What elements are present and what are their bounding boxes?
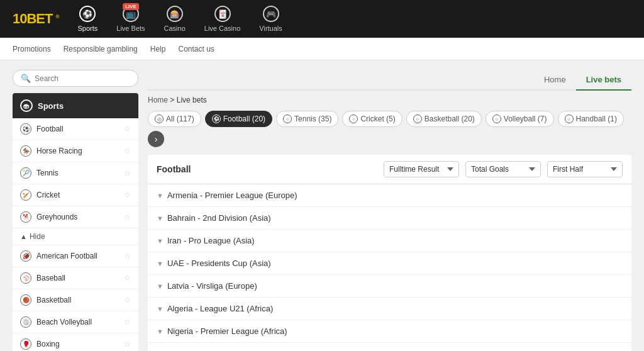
filter-tab-handball[interactable]: ○ Handball (1) xyxy=(558,111,624,127)
sidebar-item-beach-volleyball[interactable]: 🏐 Beach Volleyball ☆ xyxy=(13,311,138,333)
sub-nav-contact[interactable]: Contact us xyxy=(178,45,214,53)
dropdown-total-goals[interactable]: Total Goals xyxy=(465,161,541,177)
sidebar-hide-label: Hide xyxy=(30,232,45,241)
sidebar-label-american-football: American Football xyxy=(36,252,124,260)
search-box[interactable]: 🔍 xyxy=(13,70,138,87)
casino-icon: 🎰 xyxy=(167,6,183,22)
nav-item-sports[interactable]: ⚽ Sports xyxy=(78,6,98,32)
tennis-icon: 🎾 xyxy=(20,167,31,179)
section-title: Football xyxy=(157,164,377,174)
sidebar-item-american-football[interactable]: 🏈 American Football ☆ xyxy=(13,245,138,267)
dropdown-fulltime[interactable]: Fulltime Result xyxy=(384,161,459,177)
star-american-football[interactable]: ☆ xyxy=(124,252,131,260)
star-tennis[interactable]: ☆ xyxy=(124,169,131,177)
league-name: UAE - Presidents Cup (Asia) xyxy=(167,259,271,268)
horse-racing-icon: 🏇 xyxy=(20,145,31,157)
star-basketball[interactable]: ☆ xyxy=(124,296,131,304)
sidebar-hide-toggle[interactable]: ▲ Hide xyxy=(13,228,138,245)
football-icon: ⚽ xyxy=(20,123,31,135)
beach-volleyball-icon: 🏐 xyxy=(20,316,31,328)
filter-tab-all[interactable]: ◎ All (117) xyxy=(148,111,201,127)
star-beach-volleyball[interactable]: ☆ xyxy=(124,318,131,326)
league-item-bahrain[interactable]: ▼ Bahrain - 2nd Division (Asia) xyxy=(148,207,631,230)
star-horse-racing[interactable]: ☆ xyxy=(124,147,131,155)
star-cricket[interactable]: ☆ xyxy=(124,191,131,199)
content-header: Football Fulltime Result Total Goals Fir… xyxy=(148,155,631,184)
filter-tab-cricket[interactable]: ○ Cricket (5) xyxy=(342,111,402,127)
sidebar-label-horse-racing: Horse Racing xyxy=(36,147,124,155)
chevron-icon: ▼ xyxy=(157,328,164,335)
greyhounds-icon: 🐕 xyxy=(20,211,31,223)
filter-handball-icon: ○ xyxy=(565,114,574,123)
breadcrumb-home[interactable]: Home xyxy=(148,96,168,104)
filter-football-label: Football (20) xyxy=(223,114,265,123)
sub-nav-help[interactable]: Help xyxy=(150,45,166,53)
nav-label-casino: Casino xyxy=(164,25,186,32)
sidebar-item-cricket[interactable]: 🏏 Cricket ☆ xyxy=(13,184,138,206)
sub-navigation: Promotions Responsible gambling Help Con… xyxy=(0,38,644,60)
sidebar-item-greyhounds[interactable]: 🐕 Greyhounds ☆ xyxy=(13,206,138,228)
sidebar-label-boxing: Boxing xyxy=(36,340,124,348)
nav-item-live-bets[interactable]: LIVE 📺 Live Bets xyxy=(116,6,145,32)
league-name: Bahrain - 2nd Division (Asia) xyxy=(167,213,271,223)
nav-label-live-bets: Live Bets xyxy=(116,25,145,32)
filter-football-icon: ⚽ xyxy=(212,114,221,123)
league-item-uae[interactable]: ▼ UAE - Presidents Cup (Asia) xyxy=(148,252,631,275)
nav-item-live-casino[interactable]: 🃏 Live Casino xyxy=(204,6,240,32)
search-icon: 🔍 xyxy=(21,74,31,83)
breadcrumb-current: Live bets xyxy=(177,96,207,104)
sidebar-item-basketball[interactable]: 🏀 Basketball ☆ xyxy=(13,289,138,311)
nav-label-virtuals: Virtuals xyxy=(259,25,282,32)
star-football[interactable]: ☆ xyxy=(124,125,131,133)
filter-volleyball-label: Volleyball (7) xyxy=(504,114,547,123)
cricket-icon: 🏏 xyxy=(20,189,31,201)
league-item-latvia[interactable]: ▼ Latvia - Virsliga (Europe) xyxy=(148,275,631,298)
search-input[interactable] xyxy=(35,74,130,83)
nav-item-casino[interactable]: 🎰 Casino xyxy=(164,6,186,32)
filter-handball-label: Handball (1) xyxy=(576,114,617,123)
tab-row: Home Live bets xyxy=(148,70,631,91)
filter-tab-volleyball[interactable]: ○ Volleyball (7) xyxy=(486,111,554,127)
filter-tabs: ◎ All (117) ⚽ Football (20) ○ Tennis (35… xyxy=(148,111,631,147)
league-item-nigeria[interactable]: ▼ Nigeria - Premier League (Africa) xyxy=(148,320,631,343)
sidebar-item-tennis[interactable]: 🎾 Tennis ☆ xyxy=(13,162,138,184)
star-greyhounds[interactable]: ☆ xyxy=(124,213,131,221)
league-item-iran[interactable]: ▼ Iran - Pro League (Asia) xyxy=(148,230,631,252)
sidebar-item-horse-racing[interactable]: 🏇 Horse Racing ☆ xyxy=(13,140,138,162)
sub-nav-promotions[interactable]: Promotions xyxy=(13,45,51,53)
league-name: Algeria - League U21 (Africa) xyxy=(167,304,273,313)
dropdown-first-half[interactable]: First Half xyxy=(547,161,623,177)
league-item-algeria[interactable]: ▼ Algeria - League U21 (Africa) xyxy=(148,298,631,320)
logo[interactable]: 10BET ® xyxy=(13,11,59,27)
sidebar-label-football: Football xyxy=(36,125,124,133)
league-name: Armenia - Premier League (Europe) xyxy=(167,191,297,200)
chevron-icon: ▼ xyxy=(157,192,164,199)
content-panel: Football Fulltime Result Total Goals Fir… xyxy=(148,155,631,351)
star-boxing[interactable]: ☆ xyxy=(124,340,131,348)
logo-text: 10 xyxy=(13,11,26,26)
league-item-argentina[interactable]: ▼ Argentina - Primera B Metropolitana Re… xyxy=(148,343,631,351)
star-baseball[interactable]: ☆ xyxy=(124,274,131,282)
basketball-icon: 🏀 xyxy=(20,294,31,306)
filter-tennis-label: Tennis (35) xyxy=(294,114,331,123)
nav-items: ⚽ Sports LIVE 📺 Live Bets 🎰 Casino 🃏 Liv… xyxy=(78,6,282,32)
sub-nav-responsible[interactable]: Responsible gambling xyxy=(64,45,138,53)
sidebar-label-baseball: Baseball xyxy=(36,274,124,282)
sidebar-item-baseball[interactable]: ⚾ Baseball ☆ xyxy=(13,267,138,289)
chevron-icon: ▼ xyxy=(157,237,164,245)
filter-tab-tennis[interactable]: ○ Tennis (35) xyxy=(276,111,338,127)
league-name: Latvia - Virsliga (Europe) xyxy=(167,281,257,291)
tab-live-bets[interactable]: Live bets xyxy=(576,70,631,91)
filter-tab-football[interactable]: ⚽ Football (20) xyxy=(205,111,272,127)
filter-cricket-icon: ○ xyxy=(349,114,358,123)
filter-more-button[interactable]: › xyxy=(148,131,164,147)
sidebar-item-football[interactable]: ⚽ Football ☆ xyxy=(13,118,138,140)
league-item-armenia[interactable]: ▼ Armenia - Premier League (Europe) xyxy=(148,184,631,207)
hide-chevron-icon: ▲ xyxy=(20,233,27,240)
sidebar-label-beach-volleyball: Beach Volleyball xyxy=(36,318,124,326)
sidebar-item-boxing[interactable]: 🥊 Boxing ☆ xyxy=(13,333,138,351)
sidebar-label-tennis: Tennis xyxy=(36,169,124,177)
nav-item-virtuals[interactable]: 🎮 Virtuals xyxy=(259,6,282,32)
filter-tab-basketball[interactable]: ○ Basketball (20) xyxy=(406,111,482,127)
tab-home[interactable]: Home xyxy=(534,70,576,91)
